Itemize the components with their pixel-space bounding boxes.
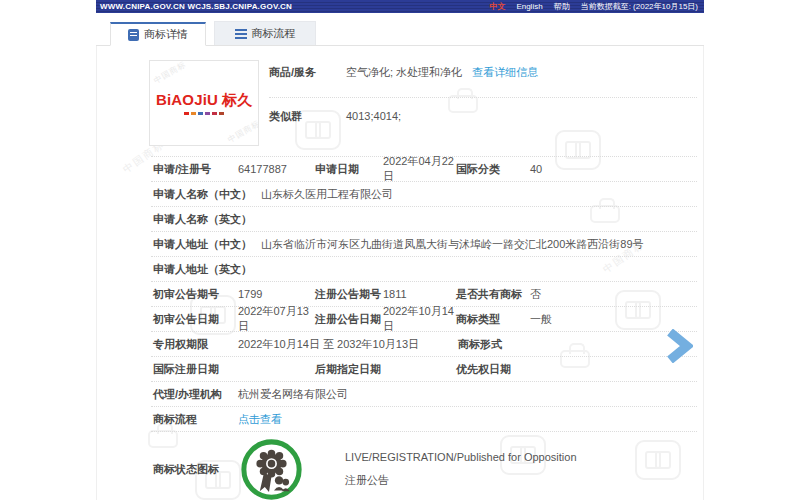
field-label: 商标流程: [153, 412, 238, 427]
row-applicant-name-cn: 申请人名称（中文） 山东标久医用工程有限公司: [97, 182, 703, 206]
field-label: 专用权期限: [153, 337, 238, 352]
field-label: 国际分类: [456, 162, 530, 177]
shared-trademark-flag: 否: [530, 287, 703, 302]
field-label: 商标状态图标: [153, 462, 238, 477]
logo-text-zh: 标久: [222, 91, 252, 110]
field-label: 国际注册日期: [153, 362, 238, 377]
field-label: 商标类型: [456, 312, 530, 327]
row-gazette-numbers: 初审公告期号 1799 注册公告期号 1811 是否共有商标 否: [97, 282, 703, 306]
detail-rows: 申请/注册号 64177887 申请日期 2022年04月22日 国际分类 40…: [97, 156, 703, 500]
help-link[interactable]: 帮助: [554, 1, 570, 12]
top-section: 中国商标 中国商标 BiAOJiU 标久 商品/服务 空气净化; 水处理和净化: [97, 46, 703, 146]
application-number: 64177887: [238, 163, 315, 175]
goods-section: 商品/服务 空气净化; 水处理和净化 查看详细信息 类似群 4013;4014;: [259, 60, 703, 146]
lang-chinese-link[interactable]: 中文: [489, 1, 505, 12]
registration-gazette-number: 1811: [383, 288, 456, 300]
field-label: 初审公告期号: [153, 287, 238, 302]
row-process: 商标流程 点击查看: [97, 407, 703, 431]
lang-english-link[interactable]: English: [516, 2, 542, 11]
first-trial-gazette-number: 1799: [238, 288, 315, 300]
application-date: 2022年04月22日: [383, 154, 456, 184]
field-label: 注册公告日期: [315, 312, 383, 327]
applicant-name-cn: 山东标久医用工程有限公司: [261, 187, 393, 202]
field-label: 申请人名称（中文）: [153, 187, 261, 202]
tab-label: 商标流程: [252, 26, 296, 41]
row-agency: 代理/办理机构 杭州爱名网络有限公司: [97, 382, 703, 406]
field-label: 申请人名称（英文）: [153, 212, 261, 227]
field-label: 优先权日期: [456, 362, 511, 377]
tab-trademark-details[interactable]: 商标详情: [110, 22, 206, 46]
field-label: 申请/注册号: [153, 162, 238, 177]
row-applicant-name-en: 申请人名称（英文）: [97, 207, 703, 231]
tab-trademark-process[interactable]: 商标流程: [214, 21, 316, 45]
row-international-dates: 国际注册日期 后期指定日期 优先权日期: [97, 357, 703, 381]
status-line-english: LIVE/REGISTRATION/Published for Oppositi…: [345, 451, 577, 463]
similar-group-label: 类似群: [269, 109, 346, 124]
field-label: 后期指定日期: [315, 362, 456, 377]
trademark-type: 一般: [530, 312, 703, 327]
logo-watermark: 中国商标: [226, 118, 259, 146]
status-line-chinese: 注册公告: [345, 473, 577, 488]
field-label: 是否共有商标: [456, 287, 530, 302]
document-icon: [128, 29, 139, 41]
international-class: 40: [530, 163, 703, 175]
goods-value: 空气净化; 水处理和净化: [346, 65, 462, 80]
logo-text-en: BiAOJiU: [156, 91, 218, 108]
divider: [269, 97, 697, 98]
similar-group-value: 4013;4014;: [346, 110, 401, 122]
row-application-number: 申请/注册号 64177887 申请日期 2022年04月22日 国际分类 40: [97, 157, 703, 181]
trademark-detail-page: 中国商标 中国商标 WWW.CNIPA.GOV.CN WCJS.SBJ.CNIP…: [0, 0, 800, 500]
content-container: WWW.CNIPA.GOV.CN WCJS.SBJ.CNIPA.GOV.CN 中…: [96, 0, 704, 500]
row-applicant-address-en: 申请人地址（英文）: [97, 257, 703, 281]
field-label: 初审公告日期: [153, 312, 238, 327]
logo-color-strip: [184, 112, 224, 115]
logo-watermark: 中国商标: [152, 60, 189, 86]
row-exclusive-period: 专用权期限 2022年10月14日 至 2032年10月13日 商标形式: [97, 332, 703, 356]
view-details-link[interactable]: 查看详细信息: [472, 65, 538, 80]
field-label: 注册公告期号: [315, 287, 383, 302]
row-gazette-dates: 初审公告日期 2022年07月13日 注册公告日期 2022年10月14日 商标…: [97, 307, 703, 331]
applicant-address-cn: 山东省临沂市河东区九曲街道凤凰大街与沭埠岭一路交汇北200米路西沿街89号: [261, 237, 644, 252]
click-to-view-link[interactable]: 点击查看: [238, 412, 282, 427]
data-cutoff-text: 当前数据截至: (2022年10月15日): [581, 1, 698, 12]
agency-name: 杭州爱名网络有限公司: [238, 387, 348, 402]
tab-bar: 商标详情 商标流程: [96, 13, 704, 46]
field-label: 申请日期: [315, 162, 383, 177]
list-icon: [235, 29, 247, 39]
field-label: 申请人地址（英文）: [153, 262, 261, 277]
field-label: 代理/办理机构: [153, 387, 238, 402]
detail-panel: 中国商标 中国商标 BiAOJiU 标久 商品/服务 空气净化; 水处理和净化: [96, 46, 704, 500]
row-status: 商标状态图标: [97, 432, 703, 500]
field-label: 商标形式: [458, 337, 532, 352]
field-label: 申请人地址（中文）: [153, 237, 261, 252]
top-navigation-bar: WWW.CNIPA.GOV.CN WCJS.SBJ.CNIPA.GOV.CN 中…: [96, 0, 704, 13]
site-urls: WWW.CNIPA.GOV.CN WCJS.SBJ.CNIPA.GOV.CN: [100, 2, 292, 11]
next-arrow-icon[interactable]: [665, 329, 693, 363]
tab-label: 商标详情: [144, 27, 188, 42]
goods-label: 商品/服务: [269, 65, 346, 80]
first-trial-gazette-date: 2022年07月13日: [238, 304, 315, 334]
exclusive-right-period: 2022年10月14日 至 2032年10月13日: [238, 337, 458, 352]
registration-medal-icon: [238, 436, 305, 500]
row-applicant-address-cn: 申请人地址（中文） 山东省临沂市河东区九曲街道凤凰大街与沭埠岭一路交汇北200米…: [97, 232, 703, 256]
registration-gazette-date: 2022年10月14日: [383, 304, 456, 334]
trademark-image: 中国商标 中国商标 BiAOJiU 标久: [149, 60, 259, 146]
